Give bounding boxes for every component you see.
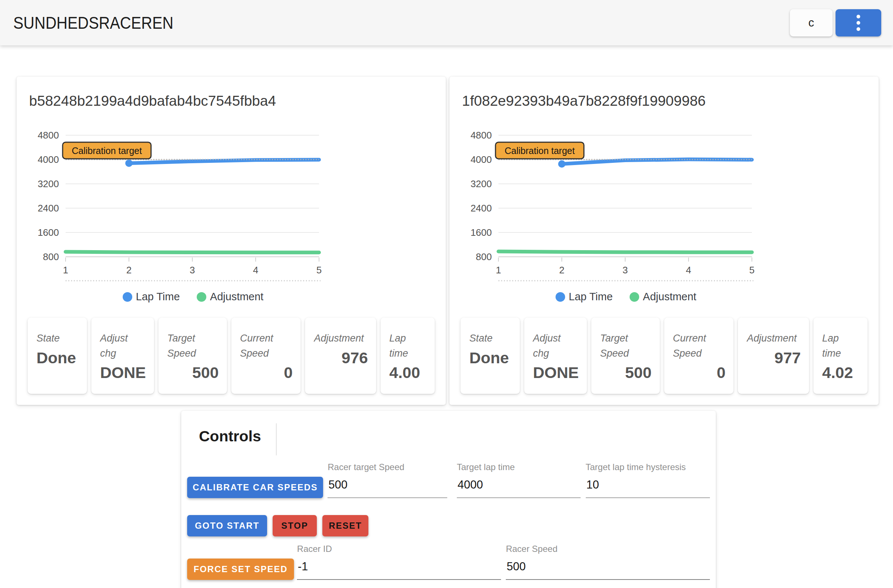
- target-lap-time-hysteresis-input[interactable]: [586, 473, 710, 498]
- kebab-menu-button[interactable]: [836, 9, 881, 36]
- lap-time-legend-dot-icon: [123, 292, 132, 302]
- field-label: Target lap time: [457, 462, 580, 472]
- field-label: Target lap time hysteresis: [586, 462, 710, 472]
- stat-adjust-chg: Adjust chg DONE: [524, 317, 587, 394]
- svg-text:Calibration target: Calibration target: [505, 146, 575, 156]
- racer-speed-field-group: Racer Speed: [506, 544, 710, 580]
- svg-text:3: 3: [622, 265, 628, 275]
- stat-value: Done: [36, 348, 79, 368]
- svg-text:800: 800: [43, 251, 59, 262]
- stat-value: 977: [747, 348, 801, 368]
- adjustment-legend-dot-icon: [630, 292, 639, 302]
- racer-cards-row: b58248b2199a4d9bafab4bc7545fbba4 8001600…: [17, 77, 879, 405]
- stat-value: 500: [600, 363, 652, 383]
- stat-adjust-chg: Adjust chg DONE: [91, 317, 154, 394]
- stat-label: Target Speed: [167, 331, 219, 361]
- kebab-menu-icon: [857, 21, 860, 25]
- kebab-menu-icon: [857, 27, 860, 31]
- stat-adjustment: Adjustment 976: [305, 317, 376, 394]
- chart-legend: Lap Time Adjustment: [66, 291, 320, 303]
- svg-text:2400: 2400: [38, 203, 59, 214]
- main-content: b58248b2199a4d9bafab4bc7545fbba4 8001600…: [0, 77, 893, 588]
- stat-value: 4.00: [389, 363, 427, 383]
- svg-text:2400: 2400: [471, 203, 492, 214]
- racer-id-input[interactable]: [297, 555, 501, 580]
- c-button[interactable]: c: [790, 9, 833, 36]
- controls-row-run: GOTO START STOP RESET: [187, 515, 710, 537]
- svg-text:3: 3: [190, 265, 195, 275]
- lap-time-chart: 8001600240032004000480012345Calibration …: [460, 126, 867, 290]
- stat-value: 0: [240, 363, 293, 383]
- svg-text:1600: 1600: [471, 227, 492, 238]
- stat-value: 976: [314, 348, 368, 368]
- racer-target-speed-input[interactable]: [328, 473, 447, 498]
- legend-label: Lap Time: [136, 291, 180, 303]
- controls-title: Controls: [199, 423, 276, 456]
- reset-button[interactable]: RESET: [322, 515, 368, 537]
- svg-text:3200: 3200: [471, 178, 492, 189]
- app-bar: SUNDHEDSRACEREN c: [0, 0, 893, 45]
- legend-label: Adjustment: [643, 291, 696, 303]
- racer-id-field-group: Racer ID: [297, 544, 501, 580]
- stat-current-speed: Current Speed 0: [232, 317, 301, 394]
- stat-label: Adjustment: [747, 331, 801, 346]
- svg-text:Calibration target: Calibration target: [72, 146, 142, 156]
- stat-target-speed: Target Speed 500: [591, 317, 660, 394]
- stat-value: Done: [469, 348, 512, 368]
- stat-state: State Done: [28, 317, 87, 394]
- svg-text:1: 1: [496, 265, 501, 275]
- stat-label: Lap time: [389, 331, 427, 361]
- calibrate-car-speeds-button[interactable]: CALIBRATE CAR SPEEDS: [187, 477, 323, 498]
- controls-row-force-speed: FORCE SET SPEED Racer ID Racer Speed: [187, 544, 710, 580]
- force-set-speed-button[interactable]: FORCE SET SPEED: [187, 558, 294, 580]
- legend-label: Adjustment: [210, 291, 263, 303]
- controls-header: Controls: [187, 423, 710, 456]
- svg-text:4800: 4800: [38, 130, 59, 141]
- legend-item-adjustment: Adjustment: [197, 291, 263, 303]
- vertical-divider: [276, 423, 277, 456]
- svg-text:2: 2: [559, 265, 564, 275]
- controls-card: Controls CALIBRATE CAR SPEEDS Racer targ…: [181, 411, 716, 588]
- goto-start-button[interactable]: GOTO START: [187, 515, 267, 537]
- adjustment-legend-dot-icon: [197, 292, 206, 302]
- stat-label: State: [469, 331, 512, 346]
- lap-time-legend-dot-icon: [556, 292, 565, 302]
- svg-text:4800: 4800: [471, 130, 492, 141]
- racer-speed-input[interactable]: [506, 555, 710, 580]
- stop-button[interactable]: STOP: [273, 515, 317, 537]
- stat-value: 4.02: [822, 363, 860, 383]
- stat-label: Current Speed: [240, 331, 293, 361]
- racer-card-2: 1f082e92393b49a7b8228f9f19909986 8001600…: [450, 77, 879, 405]
- stat-label: Lap time: [822, 331, 860, 361]
- field-label: Racer ID: [297, 544, 501, 554]
- app-title: SUNDHEDSRACEREN: [13, 13, 173, 33]
- target-lap-time-input[interactable]: [457, 473, 580, 498]
- svg-text:5: 5: [749, 265, 755, 275]
- svg-text:2: 2: [126, 265, 132, 275]
- stat-value: 0: [673, 363, 726, 383]
- svg-text:5: 5: [316, 265, 322, 275]
- chart-legend: Lap Time Adjustment: [498, 291, 753, 303]
- stat-label: Target Speed: [600, 331, 652, 361]
- racer-card-1: b58248b2199a4d9bafab4bc7545fbba4 8001600…: [17, 77, 446, 405]
- svg-text:4: 4: [253, 265, 258, 275]
- svg-text:3200: 3200: [38, 178, 59, 189]
- stat-lap-time: Lap time 4.00: [380, 317, 435, 394]
- stat-adjustment: Adjustment 977: [738, 317, 809, 394]
- stat-value: 500: [167, 363, 219, 383]
- stats-row: State Done Adjust chg DONE Target Speed …: [28, 317, 435, 394]
- svg-text:800: 800: [476, 251, 492, 262]
- stat-target-speed: Target Speed 500: [158, 317, 227, 394]
- legend-label: Lap Time: [569, 291, 613, 303]
- svg-text:4000: 4000: [471, 154, 492, 165]
- racer-target-speed-field-group: Racer target Speed: [328, 462, 447, 498]
- stats-row: State Done Adjust chg DONE Target Speed …: [460, 317, 867, 394]
- svg-text:1600: 1600: [38, 227, 59, 238]
- target-lap-time-field-group: Target lap time: [457, 462, 580, 498]
- appbar-actions: c: [790, 9, 881, 36]
- legend-item-adjustment: Adjustment: [630, 291, 696, 303]
- stat-lap-time: Lap time 4.02: [813, 317, 867, 394]
- target-lap-time-hysteresis-field-group: Target lap time hysteresis: [586, 462, 710, 498]
- kebab-menu-icon: [857, 15, 860, 18]
- stat-label: Adjust chg: [533, 331, 579, 361]
